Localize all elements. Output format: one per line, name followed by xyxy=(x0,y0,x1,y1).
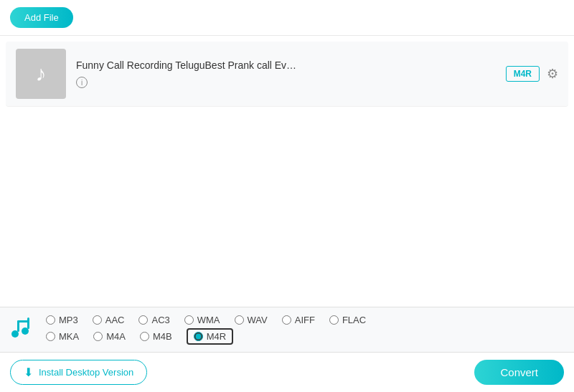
file-info: Funny Call Recording TeluguBest Prank ca… xyxy=(66,59,506,89)
radio-wma[interactable] xyxy=(184,315,194,325)
file-list-area: ♪ Funny Call Recording TeluguBest Prank … xyxy=(0,36,574,307)
install-label: Install Desktop Version xyxy=(39,367,133,378)
format-option-wav[interactable]: WAV xyxy=(235,315,268,325)
format-option-aiff[interactable]: AIFF xyxy=(282,315,315,325)
radio-m4a[interactable] xyxy=(93,332,103,341)
svg-rect-4 xyxy=(17,320,29,322)
format-option-ac3[interactable]: AC3 xyxy=(138,315,169,325)
file-item: ♪ Funny Call Recording TeluguBest Prank … xyxy=(6,42,568,107)
radio-m4b[interactable] xyxy=(140,332,149,341)
format-row-2: MKA M4A M4B M4R xyxy=(46,328,564,345)
format-option-flac[interactable]: FLAC xyxy=(329,315,366,325)
format-option-m4a[interactable]: M4A xyxy=(93,331,126,342)
add-file-button[interactable]: Add File xyxy=(10,7,73,28)
format-option-m4r[interactable]: M4R xyxy=(187,328,233,345)
toolbar: Add File xyxy=(0,0,574,36)
format-badge[interactable]: M4R xyxy=(506,66,540,82)
radio-flac[interactable] xyxy=(329,315,339,325)
format-area: MP3 AAC AC3 WMA WAV AIFF FLAC xyxy=(0,307,574,352)
format-rows: MP3 AAC AC3 WMA WAV AIFF FLAC xyxy=(46,315,564,345)
file-name: Funny Call Recording TeluguBest Prank ca… xyxy=(76,59,496,71)
music-thumbnail-icon: ♪ xyxy=(36,62,47,86)
format-music-icon xyxy=(10,317,34,342)
format-option-aac[interactable]: AAC xyxy=(93,315,125,325)
file-thumbnail: ♪ xyxy=(16,49,66,99)
install-desktop-button[interactable]: ⬇ Install Desktop Version xyxy=(10,360,147,385)
radio-mka[interactable] xyxy=(46,332,55,341)
convert-button[interactable]: Convert xyxy=(474,360,564,385)
format-option-wma[interactable]: WMA xyxy=(184,315,220,325)
bottom-bar: ⬇ Install Desktop Version Convert xyxy=(0,352,574,392)
radio-wav[interactable] xyxy=(235,315,244,325)
format-option-m4b[interactable]: M4B xyxy=(140,331,172,342)
radio-m4r[interactable] xyxy=(194,332,203,341)
radio-mp3[interactable] xyxy=(46,315,55,325)
settings-icon[interactable]: ⚙ xyxy=(547,66,558,82)
format-option-mp3[interactable]: MP3 xyxy=(46,315,78,325)
radio-ac3[interactable] xyxy=(138,315,148,325)
download-icon: ⬇ xyxy=(24,365,33,379)
format-row-1: MP3 AAC AC3 WMA WAV AIFF FLAC xyxy=(46,315,564,325)
format-option-mka[interactable]: MKA xyxy=(46,331,79,342)
radio-aac[interactable] xyxy=(93,315,102,325)
radio-aiff[interactable] xyxy=(282,315,291,325)
file-actions: M4R ⚙ xyxy=(506,66,558,82)
info-icon[interactable]: i xyxy=(76,77,88,88)
svg-rect-3 xyxy=(27,317,29,329)
